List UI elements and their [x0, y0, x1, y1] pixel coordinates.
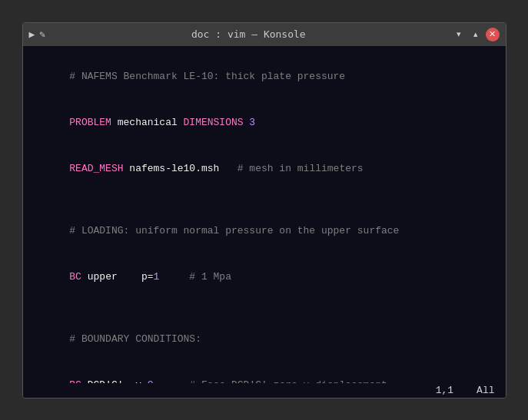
title-bar-left: ▶ ✎ [29, 28, 46, 40]
code-line-4 [34, 193, 495, 208]
title-bar: ▶ ✎ doc : vim — Konsole ▾ ▴ ✕ [23, 23, 506, 46]
code-line-8: # BOUNDARY CONDITIONS: [34, 316, 495, 362]
code-line-7 [34, 301, 495, 316]
code-line-9: BC DCD'C' v=0 # Face DCD'C' zero y-displ… [34, 362, 495, 382]
comment: # NAFEMS Benchmark LE-10: thick plate pr… [69, 71, 345, 82]
scope-indicator: All [477, 385, 494, 396]
keyword: PROBLEM [69, 117, 111, 128]
code-line-5: # LOADING: uniform normal pressure on th… [34, 208, 495, 254]
window-controls: ▾ ▴ ✕ [452, 28, 500, 41]
status-bar: 1,1 All [23, 383, 506, 398]
code-line-2: PROBLEM mechanical DIMENSIONS 3 [34, 100, 495, 146]
minimize-button[interactable]: ▾ [452, 28, 466, 41]
code-line-6: BC upper p=1 # 1 Mpa [34, 254, 495, 300]
window-title: doc : vim — Konsole [45, 28, 451, 40]
cursor-position: 1,1 [436, 385, 453, 396]
terminal-window: ▶ ✎ doc : vim — Konsole ▾ ▴ ✕ # NAFEMS B… [22, 22, 506, 399]
close-button[interactable]: ✕ [486, 28, 500, 41]
edit-icon: ✎ [39, 28, 45, 40]
terminal-icon: ▶ [29, 28, 35, 40]
maximize-button[interactable]: ▴ [469, 28, 483, 41]
code-line-1: # NAFEMS Benchmark LE-10: thick plate pr… [34, 54, 495, 100]
code-line-3: READ_MESH nafems-le10.msh # mesh in mill… [34, 146, 495, 192]
code-editor[interactable]: # NAFEMS Benchmark LE-10: thick plate pr… [23, 46, 506, 383]
